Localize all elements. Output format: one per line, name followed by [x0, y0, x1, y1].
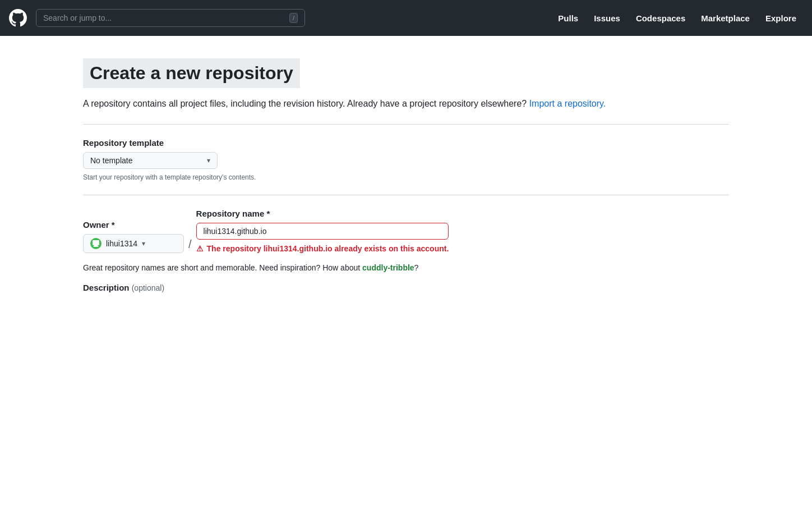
main-content: Create a new repository A repository con…	[70, 36, 742, 315]
owner-dropdown[interactable]: lihui1314 ▾	[83, 234, 184, 253]
description-field-label: Description (optional)	[83, 283, 729, 292]
suggestion-prefix: Great repository names are short and mem…	[83, 263, 360, 272]
section-divider-1	[83, 124, 729, 125]
page-description: A repository contains all project files,…	[83, 97, 729, 111]
nav-pulls[interactable]: Pulls	[551, 9, 585, 27]
nav-codespaces[interactable]: Codespaces	[629, 9, 692, 27]
search-wrap: Search or jump to... /	[36, 9, 305, 27]
template-selected-value: No template	[90, 156, 132, 165]
repo-name-label: Repository name *	[196, 209, 449, 218]
repo-required-star: *	[266, 209, 270, 218]
repo-error-message: ⚠ The repository lihui1314.github.io alr…	[196, 244, 449, 253]
suggestion-link[interactable]: cuddly-tribble	[362, 263, 414, 272]
owner-avatar	[90, 238, 101, 249]
repo-name-input[interactable]	[196, 223, 449, 240]
section-divider-2	[83, 195, 729, 195]
repo-name-group: Repository name * ⚠ The repository lihui…	[196, 209, 449, 253]
import-repo-link[interactable]: Import a repository.	[529, 99, 606, 108]
nav-marketplace[interactable]: Marketplace	[694, 9, 756, 27]
warning-icon: ⚠	[196, 244, 204, 253]
owner-label: Owner *	[83, 220, 184, 230]
github-logo[interactable]	[9, 9, 27, 27]
suggestion-suffix: ?	[414, 263, 419, 272]
nav-header: Search or jump to... / Pulls Issues Code…	[0, 0, 812, 36]
search-placeholder: Search or jump to...	[43, 13, 285, 22]
description-optional: (optional)	[132, 283, 164, 292]
main-nav: Pulls Issues Codespaces Marketplace Expl…	[551, 9, 803, 27]
slash-separator: /	[188, 238, 192, 253]
description-text: A repository contains all project files,…	[83, 99, 527, 108]
suggestion-text: Great repository names are short and mem…	[83, 262, 729, 274]
template-section: Repository template No template ▾ Start …	[83, 138, 729, 181]
template-dropdown[interactable]: No template ▾	[83, 152, 218, 169]
search-bar[interactable]: Search or jump to... /	[36, 9, 305, 27]
owner-chevron-icon: ▾	[142, 240, 145, 247]
owner-group: Owner * lihui1314 ▾	[83, 220, 184, 253]
page-title: Create a new repository	[90, 63, 293, 84]
owner-repo-row: Owner * lihui1314 ▾ / Repository name	[83, 209, 729, 253]
search-kbd: /	[289, 13, 298, 23]
nav-explore[interactable]: Explore	[759, 9, 803, 27]
template-label: Repository template	[83, 138, 729, 148]
owner-required-star: *	[112, 220, 115, 230]
nav-issues[interactable]: Issues	[587, 9, 627, 27]
owner-name: lihui1314	[106, 239, 137, 248]
svg-rect-0	[93, 240, 99, 245]
error-text: The repository lihui1314.github.io alrea…	[207, 244, 449, 253]
chevron-down-icon: ▾	[207, 157, 210, 164]
page-title-highlight: Create a new repository	[83, 58, 300, 88]
template-hint: Start your repository with a template re…	[83, 173, 729, 181]
